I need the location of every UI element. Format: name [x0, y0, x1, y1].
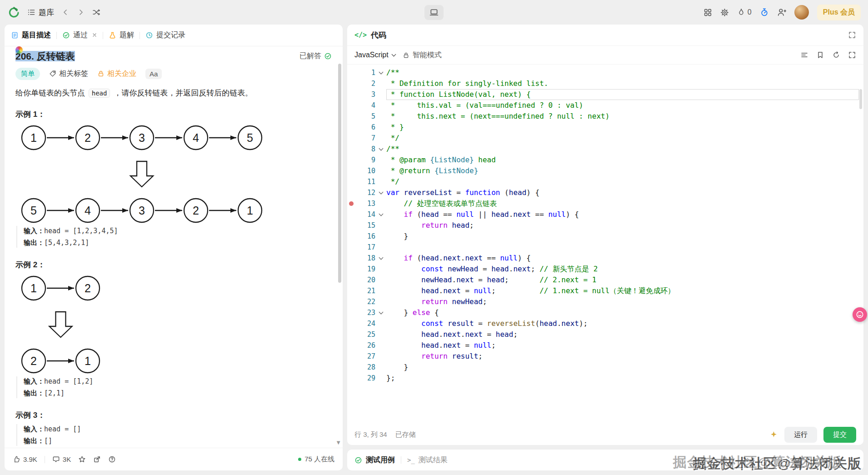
gutter-margin[interactable] [347, 209, 355, 220]
gutter-margin[interactable] [347, 351, 355, 362]
scroll-down-arrow[interactable]: ▼ [335, 439, 341, 446]
tab-submissions[interactable]: 提交记录 [145, 30, 185, 40]
user-avatar[interactable] [794, 5, 809, 20]
code-line[interactable]: 14 if (head == null || head.next == null… [347, 209, 863, 220]
gutter-margin[interactable] [347, 275, 355, 285]
problem-list-button[interactable]: 题库 [27, 7, 54, 18]
app-logo[interactable] [7, 6, 20, 19]
language-selector[interactable]: JavaScript [354, 51, 395, 59]
code-line[interactable]: 6 * } [347, 122, 863, 133]
expand-icon[interactable] [848, 51, 856, 59]
gutter-margin[interactable] [347, 242, 355, 253]
apps-grid-icon[interactable] [703, 8, 712, 17]
font-size-button[interactable]: Aa [145, 69, 162, 79]
difficulty-badge[interactable]: 简单 [15, 68, 40, 80]
close-icon[interactable] [92, 31, 97, 40]
shuffle-icon[interactable] [92, 8, 100, 16]
gutter-margin[interactable] [347, 318, 355, 329]
gutter-margin[interactable] [347, 253, 355, 264]
gutter-margin[interactable] [347, 340, 355, 351]
breakpoint-dot[interactable] [347, 198, 355, 209]
forward-icon[interactable] [77, 8, 85, 16]
code-editor[interactable]: 1/**2 * Definition for singly-linked lis… [347, 65, 863, 424]
fold-chevron-icon[interactable] [375, 209, 386, 220]
bookmark-icon[interactable] [816, 51, 824, 59]
related-companies-button[interactable]: 相关企业 [97, 69, 136, 79]
scrollbar-thumb[interactable] [338, 64, 341, 283]
tab-accepted[interactable]: 通过 [62, 30, 97, 40]
tab-testcase[interactable]: 测试用例 [354, 455, 395, 465]
code-line[interactable]: 5 * this.next = (next===undefined ? null… [347, 111, 863, 122]
reset-icon[interactable] [832, 51, 840, 59]
gutter-margin[interactable] [347, 296, 355, 307]
gutter-margin[interactable] [347, 285, 355, 296]
gutter-margin[interactable] [347, 133, 355, 144]
smart-mode-toggle[interactable]: 智能模式 [403, 50, 442, 60]
code-line[interactable]: 8/** [347, 144, 863, 155]
code-line[interactable]: 28 } [347, 362, 863, 373]
code-line[interactable]: 3 * function ListNode(val, next) { [347, 89, 863, 100]
code-line[interactable]: 25 head.next.next = head; [347, 329, 863, 340]
gutter-margin[interactable] [347, 165, 355, 176]
code-line[interactable]: 2 * Definition for singly-linked list. [347, 78, 863, 89]
fold-chevron-icon[interactable] [375, 253, 386, 264]
gutter-margin[interactable] [347, 307, 355, 318]
like-button[interactable]: 3.9K [13, 455, 37, 463]
gear-icon[interactable] [720, 8, 729, 17]
tab-test-result[interactable]: >_ 测试结果 [407, 455, 448, 465]
fold-chevron-icon[interactable] [375, 67, 386, 78]
related-tags-button[interactable]: 相关标签 [49, 69, 88, 79]
code-line[interactable]: 9 * @param {ListNode} head [347, 155, 863, 165]
sparkle-icon[interactable] [769, 430, 778, 439]
invite-user-icon[interactable] [777, 8, 786, 17]
gutter-margin[interactable] [347, 220, 355, 231]
help-button[interactable] [108, 455, 116, 463]
code-line[interactable]: 22 return newHead; [347, 296, 863, 307]
gutter-margin[interactable] [347, 187, 355, 198]
fullscreen-icon[interactable] [848, 31, 856, 39]
fold-chevron-icon[interactable] [375, 187, 386, 198]
comments-button[interactable]: 3K [52, 455, 71, 463]
gutter-margin[interactable] [347, 89, 355, 100]
gutter-margin[interactable] [347, 362, 355, 373]
gutter-margin[interactable] [347, 100, 355, 111]
plus-membership-button[interactable]: Plus 会员 [817, 5, 861, 20]
run-button[interactable]: 运行 [784, 427, 817, 443]
gutter-margin[interactable] [347, 67, 355, 78]
code-line[interactable]: 23 } else { [347, 307, 863, 318]
share-button[interactable] [93, 455, 101, 463]
gutter-margin[interactable] [347, 176, 355, 187]
gutter-margin[interactable] [347, 231, 355, 242]
code-line[interactable]: 24 const result = reverseList(head.next)… [347, 318, 863, 329]
workspace-button[interactable] [424, 5, 444, 20]
code-line[interactable]: 18 if (head.next.next == null) { [347, 253, 863, 264]
gutter-margin[interactable] [347, 373, 355, 384]
floating-assistant-button[interactable] [853, 307, 867, 322]
code-line[interactable]: 26 head.next = null; [347, 340, 863, 351]
gutter-margin[interactable] [347, 264, 355, 275]
submit-button[interactable]: 提交 [823, 427, 856, 443]
gutter-margin[interactable] [347, 122, 355, 133]
code-line[interactable]: 15 return head; [347, 220, 863, 231]
format-icon[interactable] [800, 51, 808, 59]
back-icon[interactable] [61, 8, 70, 16]
code-line[interactable]: 16 } [347, 231, 863, 242]
gutter-margin[interactable] [347, 78, 355, 89]
code-line[interactable]: 13 // 处理空链表或单节点链表 [347, 198, 863, 209]
code-line[interactable]: 11 */ [347, 176, 863, 187]
code-line[interactable]: 1/** [347, 67, 863, 78]
code-line[interactable]: 4 * this.val = (val===undefined ? 0 : va… [347, 100, 863, 111]
code-line[interactable]: 20 newHead.next = head; // 2.next = 1 [347, 275, 863, 285]
star-button[interactable] [78, 455, 86, 463]
code-line[interactable]: 7 */ [347, 133, 863, 144]
timer-icon[interactable] [760, 8, 769, 17]
gutter-margin[interactable] [347, 111, 355, 122]
code-line[interactable]: 17 [347, 242, 863, 253]
code-line[interactable]: 21 head.next = null; // 1.next = null（关键… [347, 285, 863, 296]
code-line[interactable]: 19 const newHead = head.next; // 新头节点是 2 [347, 264, 863, 275]
tab-description[interactable]: 题目描述 [11, 30, 51, 40]
streak-counter[interactable]: 0 [737, 8, 752, 16]
gutter-margin[interactable] [347, 329, 355, 340]
tab-solutions[interactable]: 题解 [109, 30, 134, 40]
code-line[interactable]: 29}; [347, 373, 863, 384]
